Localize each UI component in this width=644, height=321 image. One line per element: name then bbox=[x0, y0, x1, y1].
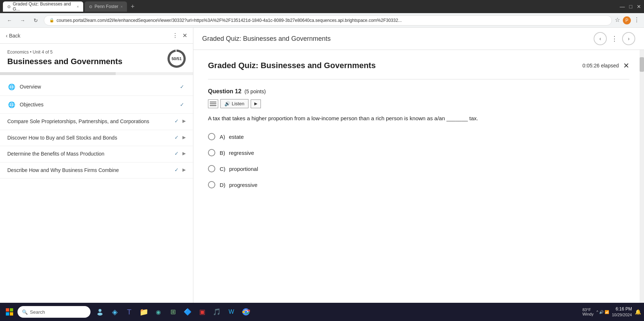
taskbar-icon-4[interactable]: 📁 bbox=[137, 305, 150, 318]
taskbar: 🔍 Search ◈ T 📁 ◉ ⊞ 🔷 ▣ 🎵 W bbox=[0, 303, 644, 321]
back-nav-button[interactable]: ‹ Back bbox=[6, 33, 20, 39]
taskbar-icons: ◈ T 📁 ◉ ⊞ 🔷 ▣ 🎵 W bbox=[93, 305, 252, 318]
taskbar-icon-5[interactable]: ◉ bbox=[152, 305, 165, 318]
sidebar-nav: 🌐 Overview ✓ 🌐 Objectives ✓ Compare Sole… bbox=[0, 75, 193, 303]
tab-inactive[interactable]: ⊙ Penn Foster × bbox=[85, 1, 127, 12]
tab-close-active[interactable]: × bbox=[77, 5, 79, 9]
listen-button[interactable]: 🔊 Listen bbox=[220, 99, 248, 108]
quiz-main-title: Graded Quiz: Businesses and Governments bbox=[208, 61, 376, 70]
scrollbar-thumb[interactable] bbox=[640, 57, 644, 72]
answer-c-text: C) proportional bbox=[220, 166, 258, 172]
panel-next-button[interactable]: › bbox=[622, 32, 635, 45]
globe-icon-objectives: 🌐 bbox=[7, 100, 16, 109]
scroll-thumb bbox=[0, 72, 116, 75]
arrow-sole[interactable]: ▶ bbox=[182, 118, 186, 124]
weather-condition: Windy bbox=[582, 312, 594, 316]
taskbar-icon-6[interactable]: ⊞ bbox=[166, 305, 180, 318]
start-button[interactable] bbox=[3, 305, 16, 318]
tab-bar: ⊙ Graded Quiz: Businesses and G... × ⊙ P… bbox=[0, 0, 644, 13]
maximize-icon[interactable]: □ bbox=[629, 4, 632, 9]
tab-active[interactable]: ⊙ Graded Quiz: Businesses and G... × bbox=[3, 1, 83, 12]
svg-point-4 bbox=[99, 309, 101, 312]
sidebar-item-stocks-bonds[interactable]: Discover How to Buy and Sell Stocks and … bbox=[0, 130, 193, 146]
answer-d-text: D) progressive bbox=[220, 182, 258, 188]
weather-info: 83°F Windy bbox=[582, 308, 594, 316]
course-info: Economics • Unit 4 of 5 Businesses and G… bbox=[0, 44, 193, 72]
sidebar-item-objectives[interactable]: 🌐 Objectives ✓ bbox=[0, 96, 193, 114]
arrow-mass[interactable]: ▶ bbox=[182, 151, 186, 156]
more-options-icon[interactable]: ⋮ bbox=[172, 32, 178, 39]
radio-d[interactable] bbox=[208, 181, 215, 188]
panel-nav-controls: ‹ ⋮ › bbox=[594, 32, 635, 45]
profile-icon[interactable]: P bbox=[623, 16, 631, 24]
answer-option-b[interactable]: B) regressive bbox=[208, 149, 629, 156]
taskbar-icon-8[interactable]: ▣ bbox=[196, 305, 209, 318]
svg-rect-1 bbox=[10, 308, 13, 312]
check-sole: ✓ bbox=[174, 118, 179, 124]
url-bar[interactable]: 🔒 courses.portal2learn.com/d2l/le/enhanc… bbox=[44, 15, 612, 26]
play-button[interactable]: ▶ bbox=[251, 99, 261, 108]
sidebar-item-sole-label: Compare Sole Proprietorships, Partnershi… bbox=[7, 118, 171, 125]
answer-c-letter: C) bbox=[220, 166, 225, 172]
taskbar-icon-3[interactable]: T bbox=[123, 305, 136, 318]
taskbar-icon-2[interactable]: ◈ bbox=[108, 305, 121, 318]
arrow-firms[interactable]: ▶ bbox=[182, 167, 186, 172]
panel-prev-button[interactable]: ‹ bbox=[594, 32, 607, 45]
minimize-icon[interactable]: — bbox=[620, 4, 625, 9]
taskbar-icon-7[interactable]: 🔷 bbox=[181, 305, 194, 318]
new-tab-button[interactable]: + bbox=[128, 3, 137, 11]
firms-actions: ✓ ▶ bbox=[174, 167, 186, 173]
line2 bbox=[210, 103, 216, 104]
clock-time: 6:16 PM bbox=[612, 306, 632, 312]
radio-c[interactable] bbox=[208, 165, 215, 172]
answer-b-value: regressive bbox=[229, 150, 254, 156]
svg-rect-0 bbox=[6, 308, 9, 312]
taskbar-icon-chrome[interactable] bbox=[239, 305, 252, 318]
answer-a-letter: A) bbox=[220, 134, 225, 140]
taskbar-icon-1[interactable] bbox=[93, 305, 107, 318]
sidebar-item-mass-production[interactable]: Determine the Benefits of Mass Productio… bbox=[0, 146, 193, 163]
sidebar-header-bar: ‹ Back ⋮ ✕ bbox=[0, 28, 193, 44]
sidebar-item-business-firms[interactable]: Describe How and Why Business Firms Comb… bbox=[0, 163, 193, 179]
close-sidebar-icon[interactable]: ✕ bbox=[182, 32, 187, 39]
sidebar-header-icons: ⋮ ✕ bbox=[172, 32, 187, 39]
sidebar-item-sole-proprietorships[interactable]: Compare Sole Proprietorships, Partnershi… bbox=[0, 114, 193, 130]
answer-d-letter: D) bbox=[220, 182, 225, 188]
clock-date: 10/29/2024 bbox=[612, 312, 632, 318]
sidebar-item-objectives-label: Objectives bbox=[20, 102, 176, 107]
text-view-icon[interactable] bbox=[208, 99, 218, 108]
arrow-stocks[interactable]: ▶ bbox=[182, 135, 186, 140]
panel-header: Graded Quiz: Businesses and Governments … bbox=[193, 28, 644, 50]
tab-close-inactive[interactable]: × bbox=[120, 5, 123, 9]
stocks-actions: ✓ ▶ bbox=[174, 134, 186, 140]
radio-b[interactable] bbox=[208, 149, 215, 156]
main-panel: Graded Quiz: Businesses and Governments … bbox=[193, 28, 644, 303]
taskbar-icon-9[interactable]: 🎵 bbox=[210, 305, 223, 318]
sidebar-item-overview[interactable]: 🌐 Overview ✓ bbox=[0, 78, 193, 96]
answer-option-c[interactable]: C) proportional bbox=[208, 165, 629, 172]
content-wrapper: ‹ Back ⋮ ✕ Economics • Unit 4 of 5 Busin… bbox=[0, 28, 644, 303]
panel-header-title: Graded Quiz: Businesses and Governments bbox=[202, 35, 331, 43]
question-points: (5 points) bbox=[244, 89, 266, 94]
svg-rect-2 bbox=[6, 312, 9, 316]
panel-more-icon[interactable]: ⋮ bbox=[611, 35, 618, 43]
check-firms: ✓ bbox=[174, 167, 179, 173]
answer-a-text: A) estate bbox=[220, 134, 244, 140]
taskbar-icon-10[interactable]: W bbox=[225, 305, 238, 318]
bookmark-icon[interactable]: ☆ bbox=[615, 16, 620, 24]
close-window-icon[interactable]: ✕ bbox=[637, 4, 641, 9]
close-quiz-button[interactable]: ✕ bbox=[623, 61, 629, 70]
forward-button[interactable]: → bbox=[18, 15, 28, 26]
taskbar-search[interactable]: 🔍 Search bbox=[18, 306, 90, 318]
answer-option-a[interactable]: A) estate bbox=[208, 133, 629, 140]
check-overview: ✓ bbox=[180, 84, 184, 90]
refresh-button[interactable]: ↻ bbox=[31, 15, 41, 26]
back-button[interactable]: ← bbox=[4, 15, 15, 26]
taskbar-right: 83°F Windy ^ 🔊 📶 6:16 PM 10/29/2024 🔔 bbox=[582, 306, 641, 318]
question-text: A tax that takes a higher proportion fro… bbox=[208, 114, 629, 123]
answer-option-d[interactable]: D) progressive bbox=[208, 181, 629, 188]
taskbar-clock[interactable]: 6:16 PM 10/29/2024 bbox=[612, 306, 632, 318]
radio-a[interactable] bbox=[208, 133, 215, 140]
notification-icon[interactable]: 🔔 bbox=[635, 309, 641, 315]
menu-icon[interactable]: ⋮ bbox=[634, 16, 640, 24]
